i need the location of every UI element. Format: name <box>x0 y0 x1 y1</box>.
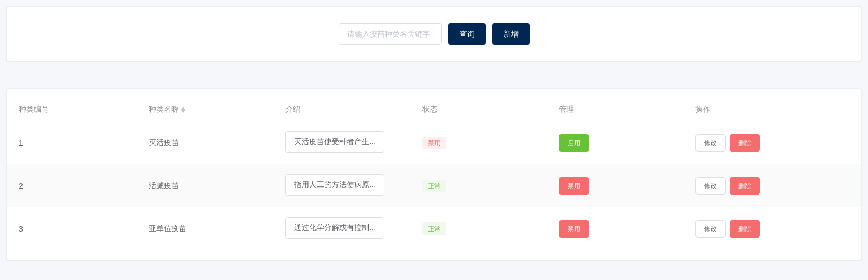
cell-desc: 灭活疫苗使受种者产生... <box>280 121 417 164</box>
disable-button[interactable]: 禁用 <box>559 177 589 195</box>
cell-operations: 修改删除 <box>690 121 861 164</box>
col-manage[interactable]: 管理 <box>554 98 690 121</box>
search-input[interactable] <box>339 23 442 45</box>
edit-button[interactable]: 修改 <box>695 134 726 152</box>
col-desc[interactable]: 介绍 <box>280 98 417 121</box>
data-table-card: 种类编号 种类名称 介绍 状态 管理 操作 1灭活疫苗灭活疫苗使受种者产生...… <box>6 88 862 260</box>
cell-desc: 指用人工的方法使病原... <box>280 164 417 207</box>
edit-button[interactable]: 修改 <box>695 220 726 238</box>
sort-icon[interactable] <box>181 107 185 113</box>
enable-button[interactable]: 启用 <box>559 134 589 152</box>
table-row: 1灭活疫苗灭活疫苗使受种者产生...禁用启用修改删除 <box>7 121 861 164</box>
desc-tooltip-trigger[interactable]: 灭活疫苗使受种者产生... <box>285 131 384 153</box>
cell-operations: 修改删除 <box>690 207 861 250</box>
table-header-row: 种类编号 种类名称 介绍 状态 管理 操作 <box>7 98 861 121</box>
status-tag: 正常 <box>422 180 446 192</box>
delete-button[interactable]: 删除 <box>730 220 760 238</box>
table-row: 2活减疫苗指用人工的方法使病原...正常禁用修改删除 <box>7 164 861 207</box>
cell-status: 正常 <box>417 164 554 207</box>
cell-name: 活减疫苗 <box>144 164 280 207</box>
table-row: 3亚单位疫苗通过化学分解或有控制...正常禁用修改删除 <box>7 207 861 250</box>
cell-status: 禁用 <box>417 121 554 164</box>
disable-button[interactable]: 禁用 <box>559 220 589 238</box>
status-tag: 禁用 <box>422 137 446 149</box>
caret-up-icon <box>181 107 185 110</box>
status-tag: 正常 <box>422 222 446 235</box>
edit-button[interactable]: 修改 <box>695 177 726 195</box>
vaccine-type-table: 种类编号 种类名称 介绍 状态 管理 操作 1灭活疫苗灭活疫苗使受种者产生...… <box>7 98 861 250</box>
cell-id: 1 <box>7 121 144 164</box>
cell-manage: 禁用 <box>554 164 690 207</box>
cell-name: 灭活疫苗 <box>144 121 280 164</box>
cell-id: 3 <box>7 207 144 250</box>
desc-tooltip-trigger[interactable]: 通过化学分解或有控制... <box>285 217 384 239</box>
cell-operations: 修改删除 <box>690 164 861 207</box>
cell-manage: 启用 <box>554 121 690 164</box>
desc-tooltip-trigger[interactable]: 指用人工的方法使病原... <box>285 174 384 196</box>
caret-down-icon <box>181 110 185 113</box>
delete-button[interactable]: 删除 <box>730 177 760 195</box>
delete-button[interactable]: 删除 <box>730 134 760 152</box>
cell-name: 亚单位疫苗 <box>144 207 280 250</box>
cell-manage: 禁用 <box>554 207 690 250</box>
cell-status: 正常 <box>417 207 554 250</box>
col-status[interactable]: 状态 <box>417 98 554 121</box>
cell-id: 2 <box>7 164 144 207</box>
cell-desc: 通过化学分解或有控制... <box>280 207 417 250</box>
col-name[interactable]: 种类名称 <box>144 98 280 121</box>
add-button[interactable]: 新增 <box>492 23 530 45</box>
query-button[interactable]: 查询 <box>448 23 486 45</box>
col-id[interactable]: 种类编号 <box>7 98 144 121</box>
col-name-label: 种类名称 <box>149 105 179 114</box>
col-op[interactable]: 操作 <box>690 98 861 121</box>
search-bar: 查询 新增 <box>6 6 862 61</box>
